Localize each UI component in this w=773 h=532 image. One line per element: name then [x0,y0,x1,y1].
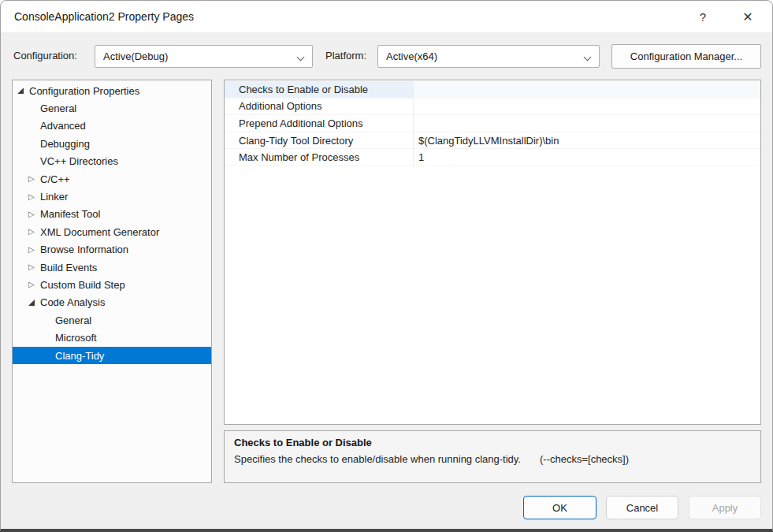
tree-collapsed-icon[interactable] [28,276,39,293]
tree-indent-spacer [28,153,39,170]
tree-indent-spacer [28,99,39,117]
tree-collapsed-icon[interactable] [28,259,39,276]
property-grid: Checks to Enable or DisableAdditional Op… [224,80,761,425]
sidebar-item-label: Debugging [39,138,90,150]
sidebar-item-label: Linker [39,191,68,203]
property-name: Max Number of Processes [225,149,414,166]
chevron-down-icon [584,54,592,61]
sidebar-item-label: Manifest Tool [39,208,100,220]
property-name: Checks to Enable or Disable [225,81,414,99]
tree-expanded-icon[interactable] [28,294,39,311]
tree-collapsed-icon[interactable] [28,170,39,188]
tree-collapsed-icon[interactable] [28,188,39,205]
config-tree: Configuration PropertiesGeneralAdvancedD… [12,80,212,483]
property-description-box: Checks to Enable or Disable Specifies th… [224,430,761,483]
property-name: Additional Options [225,99,414,116]
property-name: Prepend Additional Options [225,115,414,132]
tree-indent-spacer [28,117,39,135]
configuration-manager-button[interactable]: Configuration Manager... [611,44,761,69]
sidebar-item-clang-tidy[interactable]: Clang-Tidy [13,347,211,364]
property-name: Clang-Tidy Tool Directory [225,132,414,150]
sidebar-item-label: Advanced [39,120,86,132]
close-icon[interactable]: ✕ [736,5,760,28]
tree-expanded-icon[interactable] [17,82,28,99]
description-flag-hint: (--checks=[checks]) [540,453,629,465]
title-bar: ConsoleApplication2 Property Pages ? ✕ [1,1,772,32]
sidebar-item-general[interactable]: General [13,99,211,117]
tree-collapsed-icon[interactable] [28,206,39,223]
sidebar-item-label: General [39,102,76,114]
tree-collapsed-icon[interactable] [28,223,39,240]
property-row-prepend-additional-options[interactable]: Prepend Additional Options [225,115,760,132]
tree-collapsed-icon[interactable] [28,241,39,259]
property-description-title: Checks to Enable or Disable [234,437,751,448]
chevron-down-icon [297,54,305,61]
property-value[interactable] [414,81,760,99]
property-value[interactable] [414,115,760,132]
sidebar-item-general[interactable]: General [13,311,211,329]
sidebar-item-label: VC++ Directories [39,155,118,167]
property-description-text: Specifies the checks to enable/disable w… [234,453,751,465]
property-value[interactable] [414,99,760,116]
help-icon[interactable]: ? [691,5,715,28]
tree-indent-spacer [43,347,54,364]
sidebar-item-label: General [54,314,91,326]
sidebar-item-custom-build-step[interactable]: Custom Build Step [13,276,211,293]
cancel-button[interactable]: Cancel [606,496,678,519]
sidebar-item-browse-information[interactable]: Browse Information [13,241,211,259]
platform-label: Platform: [325,44,366,68]
tree-indent-spacer [43,311,54,329]
property-row-max-number-of-processes[interactable]: Max Number of Processes1 [225,149,760,166]
platform-dropdown[interactable]: Active(x64) [377,45,600,68]
property-row-additional-options[interactable]: Additional Options [225,99,760,116]
sidebar-item-label: Browse Information [39,244,128,255]
sidebar-item-label: Microsoft [54,332,97,344]
sidebar-item-debugging[interactable]: Debugging [13,135,211,152]
sidebar-item-advanced[interactable]: Advanced [13,117,211,135]
property-pages-dialog: ConsoleApplication2 Property Pages ? ✕ C… [0,0,773,532]
sidebar-item-microsoft[interactable]: Microsoft [13,329,211,346]
apply-button[interactable]: Apply [689,496,761,519]
tree-indent-spacer [43,329,54,346]
tree-indent-spacer [28,135,39,152]
dialog-title: ConsoleApplication2 Property Pages [14,1,194,32]
description-sentence: Specifies the checks to enable/disable w… [234,453,521,465]
configuration-value: Active(Debug) [103,50,168,62]
sidebar-item-build-events[interactable]: Build Events [13,259,211,276]
ok-button[interactable]: OK [523,496,596,519]
property-row-clang-tidy-tool-directory[interactable]: Clang-Tidy Tool Directory$(ClangTidyLLVM… [225,132,760,150]
sidebar-item-label: C/C++ [39,173,70,185]
property-row-checks-to-enable-or-disable[interactable]: Checks to Enable or Disable [225,81,760,99]
sidebar-item-code-analysis[interactable]: Code Analysis [13,294,211,311]
sidebar-item-configuration-properties[interactable]: Configuration Properties [13,82,211,99]
sidebar-item-label: Custom Build Step [39,279,125,291]
configuration-dropdown[interactable]: Active(Debug) [95,45,313,68]
platform-value: Active(x64) [386,50,437,62]
sidebar-item-xml-document-generator[interactable]: XML Document Generator [13,223,211,240]
sidebar-item-vc-directories[interactable]: VC++ Directories [13,153,211,170]
sidebar-item-label: Code Analysis [39,296,105,308]
configuration-label: Configuration: [13,44,77,68]
sidebar-item-label: Configuration Properties [28,85,139,97]
sidebar-item-linker[interactable]: Linker [13,188,211,205]
sidebar-item-c-c[interactable]: C/C++ [13,170,211,188]
property-value[interactable]: $(ClangTidyLLVMInstallDir)\bin [414,132,760,150]
sidebar-item-label: Build Events [39,262,97,273]
property-value[interactable]: 1 [414,149,760,166]
sidebar-item-label: XML Document Generator [39,226,159,238]
sidebar-item-label: Clang-Tidy [54,350,104,362]
sidebar-item-manifest-tool[interactable]: Manifest Tool [13,206,211,223]
